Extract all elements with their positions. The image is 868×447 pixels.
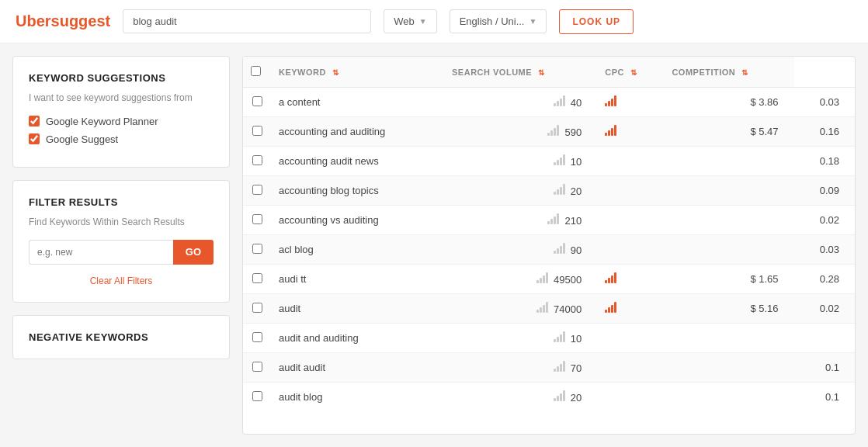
cpc-header-label: CPC — [605, 68, 624, 77]
volume-bar-icon[interactable] — [554, 95, 565, 106]
table-row: audit blog 200.1 — [243, 383, 855, 412]
cpc-bar-cell — [597, 206, 664, 235]
table-row: accounting blog topics 200.09 — [243, 176, 855, 206]
competition-column-header[interactable]: COMPETITION ⇅ — [664, 57, 793, 88]
cpc-column-header[interactable]: CPC ⇅ — [597, 57, 664, 88]
table-row: audi tt 49500$ 1.650.28 — [243, 265, 855, 294]
language-dropdown[interactable]: English / Uni... ▼ — [450, 9, 547, 33]
row-checkbox[interactable] — [252, 185, 262, 195]
cpc-bar-icon[interactable] — [605, 272, 616, 283]
keyword-sort-icon: ⇅ — [332, 68, 339, 77]
select-all-column — [243, 57, 271, 88]
cpc-bar-icon[interactable] — [605, 125, 616, 136]
competition-header-label: COMPETITION — [672, 68, 735, 77]
volume-bar-icon[interactable] — [554, 390, 565, 401]
table-row: audit 74000$ 5.160.02 — [243, 294, 855, 324]
keyword-cell: accounting vs auditing — [271, 206, 444, 235]
volume-bar-icon[interactable] — [554, 243, 565, 254]
keyword-suggestions-description: I want to see keyword suggestions from — [29, 92, 214, 105]
google-keyword-planner-checkbox[interactable] — [29, 116, 40, 126]
volume-bar-icon[interactable] — [554, 361, 565, 372]
row-checkbox-cell — [243, 324, 271, 353]
source-google-keyword-planner[interactable]: Google Keyword Planner — [29, 116, 214, 127]
table-row: acl blog 900.03 — [243, 235, 855, 265]
volume-bar-icon[interactable] — [536, 302, 548, 313]
keyword-table: KEYWORD ⇅ SEARCH VOLUME ⇅ CPC ⇅ COMPETIT… — [243, 57, 855, 411]
keyword-cell: audit blog — [271, 383, 444, 412]
keyword-column-header[interactable]: KEYWORD ⇅ — [271, 57, 444, 88]
cpc-value-cell — [664, 206, 793, 235]
volume-bar-icon[interactable] — [554, 154, 565, 165]
row-checkbox[interactable] — [252, 96, 262, 106]
row-checkbox[interactable] — [252, 391, 262, 401]
lookup-button[interactable]: LOOK UP — [559, 9, 634, 34]
competition-cell: 0.1 — [794, 383, 855, 412]
filter-input-row: GO — [29, 240, 214, 265]
competition-sort-icon: ⇅ — [741, 68, 748, 77]
row-checkbox[interactable] — [252, 244, 262, 254]
search-volume-cell: 10 — [444, 324, 597, 353]
search-volume-header-label: SEARCH VOLUME — [452, 68, 532, 77]
row-checkbox[interactable] — [252, 303, 262, 313]
keyword-cell: acl blog — [271, 235, 444, 265]
row-checkbox[interactable] — [252, 273, 262, 283]
cpc-value-cell: $ 5.16 — [664, 294, 793, 324]
cpc-bar-cell — [597, 265, 664, 294]
cpc-bar-icon[interactable] — [605, 302, 616, 313]
filter-input[interactable] — [29, 240, 173, 265]
volume-bar-icon[interactable] — [547, 125, 559, 136]
cpc-bar-cell — [597, 117, 664, 147]
language-dropdown-arrow: ▼ — [529, 17, 536, 26]
volume-bar-icon[interactable] — [554, 184, 565, 195]
row-checkbox-cell — [243, 383, 271, 412]
search-volume-cell: 90 — [444, 235, 597, 265]
row-checkbox-cell — [243, 353, 271, 383]
source-google-suggest[interactable]: Google Suggest — [29, 133, 214, 145]
keyword-cell: a content — [271, 88, 444, 117]
row-checkbox[interactable] — [252, 214, 262, 224]
cpc-bar-cell — [597, 88, 664, 117]
row-checkbox-cell — [243, 88, 271, 117]
competition-cell: 0.02 — [794, 294, 855, 324]
cpc-value-cell: $ 1.65 — [664, 265, 793, 294]
row-checkbox-cell — [243, 176, 271, 206]
competition-cell: 0.09 — [794, 176, 855, 206]
header: Ubersuggest Web ▼ English / Uni... ▼ LOO… — [0, 0, 868, 43]
row-checkbox-cell — [243, 235, 271, 265]
filter-results-description: Find Keywords Within Search Results — [29, 216, 214, 229]
table-row: accounting and auditing 590$ 5.470.16 — [243, 117, 855, 147]
cpc-bar-cell — [597, 383, 664, 412]
main-content: KEYWORD SUGGESTIONS I want to see keywor… — [0, 43, 868, 447]
table-row: audit audit 700.1 — [243, 353, 855, 383]
cpc-bar-icon[interactable] — [605, 95, 616, 106]
table-header-row: KEYWORD ⇅ SEARCH VOLUME ⇅ CPC ⇅ COMPETIT… — [243, 57, 855, 88]
search-volume-column-header[interactable]: SEARCH VOLUME ⇅ — [444, 57, 597, 88]
logo[interactable]: Ubersuggest — [16, 12, 110, 30]
negative-keywords-card: NEGATIVE KEYWORDS — [12, 315, 230, 359]
cpc-bar-cell — [597, 176, 664, 206]
row-checkbox[interactable] — [252, 126, 262, 136]
keyword-suggestions-title: KEYWORD SUGGESTIONS — [29, 72, 214, 84]
row-checkbox[interactable] — [252, 362, 262, 372]
competition-cell: 0.16 — [794, 117, 855, 147]
select-all-checkbox[interactable] — [251, 66, 261, 76]
google-keyword-planner-label: Google Keyword Planner — [46, 116, 158, 127]
google-suggest-checkbox[interactable] — [29, 133, 40, 144]
clear-all-filters-link[interactable]: Clear All Filters — [29, 275, 214, 286]
row-checkbox[interactable] — [252, 155, 262, 165]
keyword-suggestions-card: KEYWORD SUGGESTIONS I want to see keywor… — [12, 56, 230, 168]
volume-bar-icon[interactable] — [536, 272, 548, 283]
row-checkbox-cell — [243, 147, 271, 176]
row-checkbox[interactable] — [252, 332, 262, 342]
web-dropdown[interactable]: Web ▼ — [384, 9, 436, 33]
table-row: a content 40$ 3.860.03 — [243, 88, 855, 117]
go-button[interactable]: GO — [173, 240, 214, 265]
web-dropdown-arrow: ▼ — [419, 17, 427, 26]
volume-bar-icon[interactable] — [547, 213, 559, 224]
volume-bar-icon[interactable] — [554, 331, 565, 342]
cpc-bar-cell — [597, 147, 664, 176]
competition-cell: 0.1 — [794, 353, 855, 383]
row-checkbox-cell — [243, 117, 271, 147]
row-checkbox-cell — [243, 265, 271, 294]
search-input[interactable] — [123, 9, 371, 33]
